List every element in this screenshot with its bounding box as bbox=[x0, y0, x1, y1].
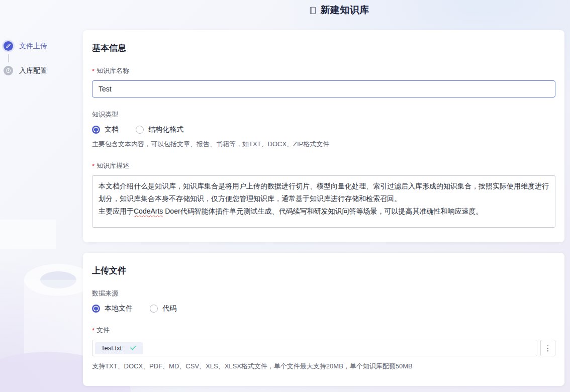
main-content: 基本信息 * 知识库名称 知识类型 文档 结构化格式 主要包含文本内容，可以包括… bbox=[83, 30, 564, 386]
radio-selected-icon[interactable] bbox=[92, 305, 100, 313]
notebook-icon bbox=[309, 7, 317, 15]
radio-option-local-file[interactable]: 本地文件 bbox=[92, 304, 133, 313]
kb-type-label: 知识类型 bbox=[92, 110, 555, 119]
kb-type-radio-group: 文档 结构化格式 bbox=[92, 125, 555, 134]
step-item-file-upload[interactable]: 文件上传 bbox=[4, 41, 79, 51]
file-label: * 文件 bbox=[92, 326, 555, 335]
vertical-ellipsis-icon: ⋮ bbox=[544, 344, 552, 352]
step-label: 入库配置 bbox=[19, 66, 47, 75]
file-field-row: Test.txt ⋮ bbox=[92, 340, 555, 356]
description-paragraph: 本文档介绍什么是知识库，知识库集合是将用户上传的数据进行切片、模型向量化处理、索… bbox=[99, 180, 549, 205]
upload-card: 上传文件 数据来源 本地文件 代码 * 文件 Test.txt bbox=[83, 253, 564, 386]
radio-unselected-icon[interactable] bbox=[136, 126, 144, 134]
upload-heading: 上传文件 bbox=[92, 265, 555, 276]
background-decoration bbox=[24, 264, 92, 296]
pencil-icon bbox=[4, 41, 13, 51]
clock-icon bbox=[4, 66, 13, 75]
data-source-radio-group: 本地文件 代码 bbox=[92, 304, 555, 313]
step-connector bbox=[8, 54, 9, 62]
background-decoration bbox=[0, 220, 56, 249]
radio-option-structured[interactable]: 结构化格式 bbox=[136, 125, 183, 134]
check-icon bbox=[130, 344, 137, 353]
page-header: 新建知识库 bbox=[0, 4, 570, 17]
radio-unselected-icon[interactable] bbox=[150, 305, 158, 313]
kb-name-label: * 知识库名称 bbox=[92, 66, 555, 75]
radio-selected-icon[interactable] bbox=[92, 126, 100, 134]
file-name: Test.txt bbox=[101, 344, 122, 352]
background-decoration bbox=[40, 271, 76, 288]
radio-option-code[interactable]: 代码 bbox=[150, 304, 176, 313]
more-actions-button[interactable]: ⋮ bbox=[540, 340, 555, 356]
page-title: 新建知识库 bbox=[320, 4, 369, 17]
kb-name-input[interactable] bbox=[92, 80, 555, 97]
basic-info-heading: 基本信息 bbox=[92, 42, 555, 54]
step-nav: 文件上传 入库配置 bbox=[4, 41, 79, 75]
spellcheck-underline: CodeArts bbox=[134, 207, 163, 215]
radio-option-document[interactable]: 文档 bbox=[92, 125, 119, 134]
background-decoration bbox=[24, 280, 92, 360]
basic-info-card: 基本信息 * 知识库名称 知识类型 文档 结构化格式 主要包含文本内容，可以包括… bbox=[83, 30, 564, 242]
required-mark: * bbox=[92, 327, 94, 334]
data-source-label: 数据来源 bbox=[92, 289, 555, 298]
file-upload-field[interactable]: Test.txt bbox=[92, 340, 537, 356]
file-hint: 支持TXT、DOCX、PDF、MD、CSV、XLS、XLSX格式文件，单个文件最… bbox=[92, 362, 555, 371]
uploaded-file-tag[interactable]: Test.txt bbox=[95, 342, 143, 354]
kb-type-hint: 主要包含文本内容，可以包括文章、报告、书籍等，如TXT、DOCX、ZIP格式文件 bbox=[92, 140, 555, 149]
required-mark: * bbox=[92, 162, 94, 170]
description-paragraph: 主要应用于CodeArts Doer代码智能体插件单元测试生成、代码续写和研发知… bbox=[99, 205, 549, 218]
step-item-storage-config[interactable]: 入库配置 bbox=[4, 66, 79, 75]
required-mark: * bbox=[92, 67, 94, 75]
kb-description-textarea[interactable]: 本文档介绍什么是知识库，知识库集合是将用户上传的数据进行切片、模型向量化处理、索… bbox=[92, 175, 555, 228]
step-label: 文件上传 bbox=[19, 42, 47, 51]
kb-desc-label: * 知识库描述 bbox=[92, 161, 555, 170]
